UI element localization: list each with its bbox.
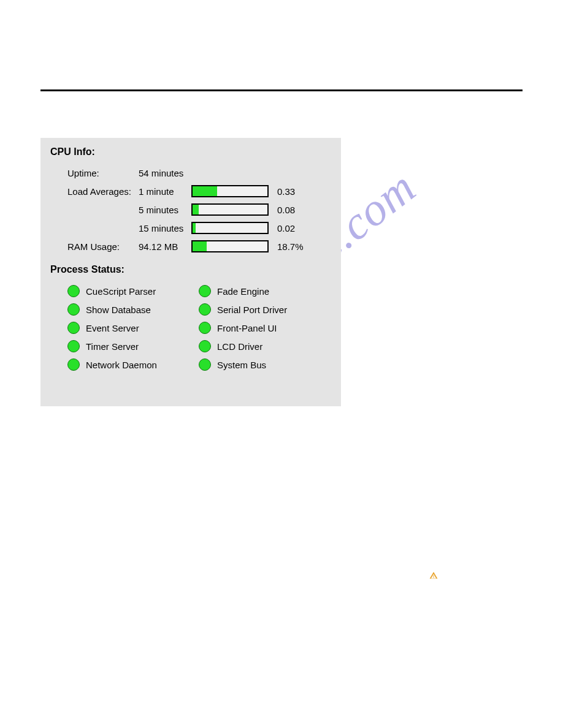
process-item: Event Server <box>67 322 199 334</box>
process-label: Front-Panel UI <box>217 323 277 333</box>
ram-pct: 18.7% <box>277 241 314 252</box>
status-ok-icon <box>199 322 211 334</box>
status-ok-icon <box>67 303 80 316</box>
process-col-left: CueScript Parser Show Database Event Ser… <box>67 285 199 371</box>
uptime-value: 54 minutes <box>139 168 191 178</box>
cpu-info-heading: CPU Info: <box>50 146 331 157</box>
status-ok-icon <box>67 322 80 334</box>
load-row-1: Load Averages: 1 minute 0.33 <box>50 182 331 200</box>
load-1-bar <box>191 185 269 197</box>
process-label: Fade Engine <box>217 286 269 297</box>
load-1-value: 0.33 <box>277 186 314 197</box>
process-item: CueScript Parser <box>67 285 199 297</box>
status-ok-icon <box>67 340 80 352</box>
process-label: LCD Driver <box>217 341 262 352</box>
load-3-bar <box>191 222 269 234</box>
ram-row: RAM Usage: 94.12 MB 18.7% <box>50 237 331 256</box>
load-3-label: 15 minutes <box>139 223 191 233</box>
ram-label: RAM Usage: <box>50 241 139 252</box>
status-ok-icon <box>67 358 80 371</box>
status-ok-icon <box>199 340 211 352</box>
status-ok-icon <box>199 358 211 371</box>
process-label: Timer Server <box>86 341 139 352</box>
load-1-bar-fill <box>193 186 217 196</box>
status-ok-icon <box>67 285 80 297</box>
load-2-bar-fill <box>193 205 199 214</box>
process-item: Show Database <box>67 303 199 316</box>
warning-icon <box>429 571 438 580</box>
load-2-bar <box>191 203 269 216</box>
process-item: Timer Server <box>67 340 199 352</box>
process-item: LCD Driver <box>199 340 287 352</box>
load-1-label: 1 minute <box>139 186 191 197</box>
process-label: System Bus <box>217 360 266 370</box>
process-col-right: Fade Engine Serial Port Driver Front-Pan… <box>199 285 287 371</box>
load-2-label: 5 minutes <box>139 205 191 215</box>
status-ok-icon <box>199 303 211 316</box>
status-panel: CPU Info: Uptime: 54 minutes Load Averag… <box>40 138 341 406</box>
process-label: Serial Port Driver <box>217 305 287 315</box>
load-2-value: 0.08 <box>277 205 314 215</box>
process-item: Network Daemon <box>67 358 199 371</box>
ram-bar-fill <box>193 241 207 251</box>
process-label: Show Database <box>86 305 151 315</box>
process-item: Front-Panel UI <box>199 322 287 334</box>
process-item: System Bus <box>199 358 287 371</box>
process-status-heading: Process Status: <box>50 264 331 275</box>
load-3-value: 0.02 <box>277 223 314 233</box>
process-grid: CueScript Parser Show Database Event Ser… <box>50 281 331 371</box>
status-ok-icon <box>199 285 211 297</box>
process-label: CueScript Parser <box>86 286 156 297</box>
load-3-bar-fill <box>193 223 196 233</box>
process-label: Event Server <box>86 323 139 333</box>
load-row-2: 5 minutes 0.08 <box>50 200 331 219</box>
uptime-row: Uptime: 54 minutes <box>50 164 331 182</box>
process-item: Fade Engine <box>199 285 287 297</box>
ram-value: 94.12 MB <box>139 241 191 252</box>
ram-bar <box>191 240 269 252</box>
load-averages-label: Load Averages: <box>50 186 139 197</box>
process-label: Network Daemon <box>86 360 157 370</box>
uptime-label: Uptime: <box>50 168 139 178</box>
process-item: Serial Port Driver <box>199 303 287 316</box>
divider <box>40 89 523 91</box>
load-row-3: 15 minutes 0.02 <box>50 219 331 237</box>
